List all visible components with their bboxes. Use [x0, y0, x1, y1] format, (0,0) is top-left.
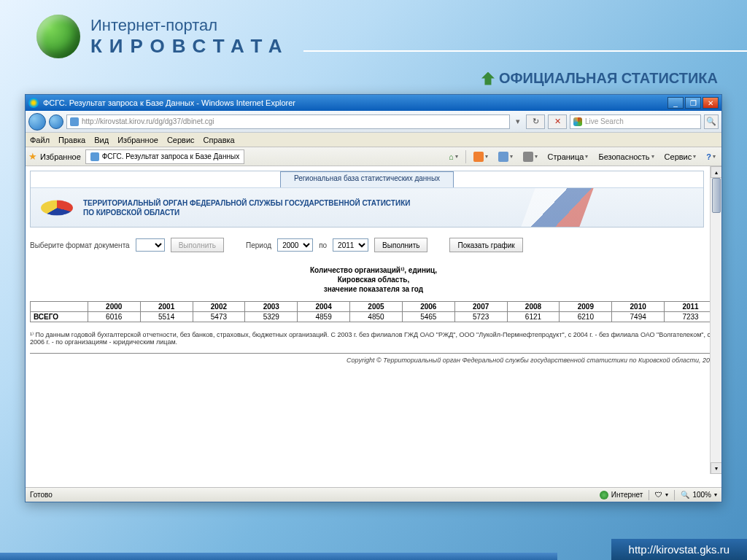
window-titlebar: ФСГС. Результат запроса к Базе Данных - … [26, 95, 721, 111]
zoom-control[interactable]: 🔍 100% ▾ [681, 491, 717, 499]
menu-file[interactable]: Файл [30, 136, 50, 144]
execute-button-2[interactable]: Выполнить [374, 238, 427, 252]
col-header: 2010 [612, 302, 665, 312]
url-text: http://kirovstat.kirov.ru/dg/dg37/dbinet… [82, 117, 214, 125]
show-chart-button[interactable]: Показать график [449, 238, 522, 252]
vertical-scrollbar[interactable]: ▴ ▾ [710, 166, 721, 474]
safety-label: Безопасность [598, 152, 649, 161]
address-dropdown[interactable]: ▾ [513, 117, 523, 126]
scroll-down-button[interactable]: ▾ [711, 462, 721, 474]
footer-edge [0, 553, 557, 560]
col-header: 2004 [298, 302, 350, 312]
table-row: ВСЕГО 6016551454735329485948505465572361… [31, 312, 717, 322]
slide-header: Интернет-портал КИРОВСТАТА [0, 0, 747, 66]
data-cell: 6210 [560, 312, 612, 322]
org-header-line2: ПО КИРОВСКОЙ ОБЛАСТИ [83, 208, 410, 217]
to-label: по [319, 241, 327, 249]
search-button[interactable]: 🔍 [704, 114, 719, 129]
col-header: 2009 [560, 302, 612, 312]
favorites-label: Избранное [40, 152, 81, 161]
copyright: Copyright © Территориальный орган Федера… [30, 357, 717, 364]
tools-label: Сервис [665, 152, 692, 161]
ie-icon [28, 98, 39, 108]
statusbar: Готово Интернет 🛡▾ 🔍 100% ▾ [26, 487, 721, 502]
close-button[interactable]: ✕ [703, 97, 719, 109]
live-search-icon [573, 117, 582, 126]
format-select[interactable] [136, 238, 165, 252]
feeds-button[interactable]: ▾ [471, 152, 491, 162]
db-tab[interactable]: Региональная база статистических данных [280, 171, 454, 187]
data-cell: 5465 [402, 312, 454, 322]
minimize-button[interactable]: _ [667, 97, 684, 109]
zoom-value: 100% [692, 491, 711, 499]
result-title-l2: Кировская область, [30, 275, 717, 284]
data-cell: 6121 [507, 312, 560, 322]
protected-mode[interactable]: 🛡▾ [655, 491, 668, 499]
page-menu[interactable]: Страница▾ [545, 152, 592, 161]
home-button[interactable]: ⌂▾ [446, 152, 461, 161]
stop-button[interactable]: ✕ [548, 114, 567, 129]
result-title-l1: Количество организаций¹⁾, единиц, [30, 265, 717, 275]
page-content: Региональная база статистических данных … [26, 166, 721, 487]
zone-label: Интернет [611, 491, 643, 499]
data-cell: 7233 [665, 312, 717, 322]
org-header: ТЕРРИТОРИАЛЬНЫЙ ОРГАН ФЕДЕРАЛЬНОЙ СЛУЖБЫ… [83, 198, 410, 217]
home-icon: ⌂ [449, 152, 454, 161]
mail-icon [498, 152, 508, 162]
col-header: 2003 [245, 302, 298, 312]
execute-button-1[interactable]: Выполнить [171, 238, 224, 252]
table-header-row: 2000200120022003200420052006200720082009… [31, 302, 717, 312]
help-icon: ? [706, 152, 711, 161]
data-table: 2000200120022003200420052006200720082009… [30, 301, 717, 322]
print-button[interactable]: ▾ [520, 152, 541, 162]
mail-button[interactable]: ▾ [495, 152, 516, 162]
menubar: Файл Правка Вид Избранное Сервис Справка [26, 133, 721, 147]
query-controls: Выберите формат документа Выполнить Пери… [30, 238, 717, 252]
back-button[interactable] [28, 113, 46, 131]
search-placeholder: Live Search [585, 117, 624, 125]
tab-toolbar: ★ Избранное ФСГС. Результат запроса к Ба… [26, 147, 721, 166]
search-input[interactable]: Live Search [570, 114, 701, 129]
status-ready: Готово [30, 491, 53, 499]
help-button[interactable]: ?▾ [703, 152, 719, 161]
data-cell: 5723 [454, 312, 507, 322]
forward-button[interactable] [49, 114, 63, 129]
menu-edit[interactable]: Правка [58, 136, 85, 144]
internet-zone[interactable]: Интернет [600, 491, 643, 499]
tools-menu[interactable]: Сервис▾ [662, 152, 700, 161]
divider [30, 353, 717, 354]
internet-icon [600, 491, 608, 499]
scroll-thumb[interactable] [712, 178, 721, 213]
favorites-button[interactable]: ★ Избранное [28, 151, 81, 162]
scroll-up-button[interactable]: ▴ [711, 166, 721, 178]
ie-window: ФСГС. Результат запроса к Базе Данных - … [25, 94, 722, 502]
title-underline [303, 50, 747, 52]
address-bar[interactable]: http://kirovstat.kirov.ru/dg/dg37/dbinet… [66, 114, 510, 129]
print-icon [523, 152, 533, 162]
org-title: КИРОВСТАТА [90, 35, 289, 58]
refresh-button[interactable]: ↻ [526, 114, 545, 129]
safety-menu[interactable]: Безопасность▾ [595, 152, 657, 161]
arrow-up-icon [481, 72, 495, 85]
year-to-select[interactable]: 2011 [333, 238, 368, 252]
page-icon [70, 117, 79, 126]
footer-url: http://kirovstat.gks.ru [611, 539, 747, 560]
menu-view[interactable]: Вид [94, 136, 109, 144]
col-header: 2000 [88, 302, 140, 312]
flag-decoration [521, 188, 593, 227]
maximize-button[interactable]: ❐ [685, 97, 701, 109]
menu-tools[interactable]: Сервис [167, 136, 195, 144]
star-icon: ★ [28, 151, 37, 162]
footnote: ¹⁾ По данным годовой бухгалтерской отчет… [30, 331, 717, 346]
data-cell: 7494 [612, 312, 665, 322]
data-cell: 6016 [88, 312, 140, 322]
col-header: 2008 [507, 302, 560, 312]
col-header: 2006 [402, 302, 454, 312]
window-controls: _ ❐ ✕ [667, 97, 719, 109]
col-header: 2005 [350, 302, 403, 312]
result-title: Количество организаций¹⁾, единиц, Кировс… [30, 265, 717, 294]
menu-help[interactable]: Справка [204, 136, 235, 144]
year-from-select[interactable]: 2000 [277, 238, 313, 252]
menu-favorites[interactable]: Избранное [117, 136, 158, 144]
browser-tab[interactable]: ФСГС. Результат запроса к Базе Данных [85, 149, 244, 164]
